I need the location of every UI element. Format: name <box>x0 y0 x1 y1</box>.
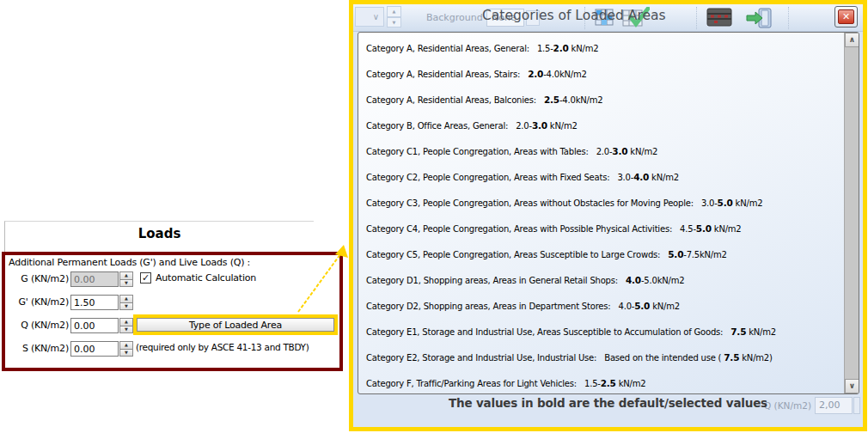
close-icon: ✕ <box>838 9 854 24</box>
s-field-label: S (KN/m2) <box>7 341 69 357</box>
field-row-q: Q (KN/m2) ▲ ▼ <box>7 318 133 333</box>
category-label: Category C4, People Congregation, Areas … <box>366 224 672 234</box>
category-label: Category D1, Shopping areas, Areas in Ge… <box>366 276 618 285</box>
category-label: Category C2, People Congregation, Areas … <box>366 173 609 182</box>
stepper-down-icon[interactable]: ▼ <box>119 303 133 311</box>
categories-popup: ∨ ▲ ▼ Background None <box>349 0 867 431</box>
list-item[interactable]: Category E1, Storage and Industrial Use,… <box>358 319 843 345</box>
list-item[interactable]: Category C1, People Congregation, Areas … <box>358 138 843 164</box>
stepper-up-icon[interactable]: ▲ <box>119 271 133 280</box>
category-label: Category C1, People Congregation, Areas … <box>366 147 589 156</box>
field-row-s: S (KN/m2) ▲ ▼ <box>7 341 133 357</box>
g-prime-field-input[interactable] <box>70 295 119 310</box>
category-range: 2.0-4.0kN/m2 <box>528 70 586 79</box>
scroll-up-icon[interactable]: ∧ <box>845 33 859 47</box>
categories-listbox: Category A, Residential Areas, General:1… <box>358 32 859 394</box>
category-range: 1.5-2.0 kN/m2 <box>537 44 598 53</box>
stepper-down-icon[interactable]: ▼ <box>387 17 401 28</box>
list-item[interactable]: Category D2, Shopping areas, Areas in De… <box>358 293 843 319</box>
automatic-calculation-checkbox[interactable]: ✓ <box>140 272 151 284</box>
stepper-up-icon[interactable]: ▲ <box>119 295 133 303</box>
chevron-down-icon: ∨ <box>373 12 379 21</box>
toolbar-separator <box>788 7 789 29</box>
category-label: Category C3, People Congregation, Areas … <box>366 198 694 208</box>
automatic-calculation-label: Automatic Calculation <box>156 272 256 284</box>
list-item[interactable]: Category F, Traffic/Parking Areas for Li… <box>358 370 843 394</box>
category-label: Category D2, Shopping areas, Areas in De… <box>366 302 610 311</box>
category-range: 3.0-5.0 kN/m2 <box>701 198 762 208</box>
asce-note: (required only by ASCE 41-13 and TBDY) <box>136 342 344 352</box>
screen: Loads Additional Permanent Loads (G') an… <box>0 0 868 433</box>
vertical-scrollbar[interactable]: ∧ ∨ <box>844 33 859 393</box>
category-range: 2.0-3.0 kN/m2 <box>596 147 657 156</box>
s-field-input[interactable] <box>70 341 119 357</box>
category-range: 5.0-7.5kN/m2 <box>668 250 726 259</box>
stepper-up-icon[interactable]: ▲ <box>387 6 401 17</box>
list-item[interactable]: Category C5, People Congregation, Areas … <box>358 241 843 267</box>
category-label: Category E2, Storage and Industrial Use,… <box>366 353 596 363</box>
category-label: Category C5, People Congregation, Areas … <box>366 250 660 259</box>
background-label: Background <box>426 12 483 23</box>
category-label: Category B, Office Areas, General: <box>366 121 508 131</box>
toolbar-stepper[interactable]: ▲ ▼ <box>387 6 401 27</box>
category-list: Category A, Residential Areas, General:1… <box>358 35 843 394</box>
category-label: Category A, Residential Areas, Balconies… <box>366 95 536 105</box>
loads-panel-header: Loads <box>4 221 314 253</box>
stepper-down-icon[interactable]: ▼ <box>119 350 133 357</box>
g-prime-field-label: G' (KN/m2) <box>7 295 69 310</box>
category-range: 4.0-5.0kN/m2 <box>626 276 684 285</box>
s-field-stepper[interactable]: ▲ ▼ <box>119 341 133 357</box>
list-item[interactable]: Category A, Residential Areas, Stairs:2.… <box>358 61 843 87</box>
scroll-down-icon[interactable]: ∨ <box>845 379 859 393</box>
q-field-stepper[interactable]: ▲ ▼ <box>119 318 133 333</box>
list-item[interactable]: Category C2, People Congregation, Areas … <box>358 164 843 190</box>
category-label: Category F, Traffic/Parking Areas for Li… <box>366 379 577 388</box>
category-range: 3.0-4.0 kN/m2 <box>617 173 678 182</box>
automatic-calculation-option[interactable]: ✓ Automatic Calculation <box>140 272 256 284</box>
category-range: 1.5-2.5 kN/m2 <box>584 379 645 388</box>
category-range: 4.5-5.0 kN/m2 <box>680 224 741 234</box>
footer-note: The values in bold are the default/selec… <box>353 396 863 410</box>
stepper-down-icon[interactable]: ▼ <box>119 280 133 288</box>
category-range: 4.0-5.0 kN/m2 <box>618 302 679 311</box>
list-item[interactable]: Category A, Residential Areas, Balconies… <box>358 87 843 113</box>
category-range: Based on the intended use ( 7.5 kN/m2) <box>604 353 772 363</box>
list-item[interactable]: Category A, Residential Areas, General:1… <box>358 35 843 61</box>
list-item[interactable]: Category D1, Shopping areas, Areas in Ge… <box>358 267 843 293</box>
popup-title: Categories of Loaded Areas <box>482 8 740 23</box>
category-label: Category A, Residential Areas, General: <box>366 44 529 53</box>
exit-door-icon[interactable] <box>744 7 775 29</box>
list-item[interactable]: Category B, Office Areas, General:2.0-3.… <box>358 113 843 138</box>
q-field-input[interactable] <box>70 318 119 333</box>
category-range: 2.5-4.0kN/m2 <box>544 95 602 105</box>
list-item[interactable]: Category C4, People Congregation, Areas … <box>358 216 843 241</box>
list-item[interactable]: Category C3, People Congregation, Areas … <box>358 190 843 216</box>
checkmark-icon: ✓ <box>142 272 150 284</box>
close-button[interactable]: ✕ <box>834 6 858 27</box>
category-range: 7.5 kN/m2 <box>730 327 776 337</box>
list-item[interactable]: Category E2, Storage and Industrial Use,… <box>358 345 843 370</box>
g-field-label: G (KN/m2) <box>7 271 69 287</box>
toolbar-dropdown[interactable]: ∨ <box>355 7 384 27</box>
stepper-down-icon[interactable]: ▼ <box>119 326 133 334</box>
stepper-up-icon[interactable]: ▲ <box>119 341 133 350</box>
g-field-input <box>70 271 119 287</box>
category-label: Category A, Residential Areas, Stairs: <box>366 70 520 79</box>
category-label: Category E1, Storage and Industrial Use,… <box>366 327 723 337</box>
stepper-up-icon[interactable]: ▲ <box>119 318 133 326</box>
type-button-highlight: Type of Loaded Area <box>133 314 338 335</box>
q-field-label: Q (KN/m2) <box>7 318 69 333</box>
field-row-g-prime: G' (KN/m2) ▲ ▼ <box>7 295 133 310</box>
g-field-stepper[interactable]: ▲ ▼ <box>119 271 133 287</box>
g-prime-field-stepper[interactable]: ▲ ▼ <box>119 295 133 310</box>
loads-section-label: Additional Permanent Loads (G') and Live… <box>9 257 250 268</box>
field-row-g: G (KN/m2) ▲ ▼ <box>7 271 133 287</box>
type-of-loaded-area-button[interactable]: Type of Loaded Area <box>137 318 334 332</box>
loads-panel-title: Loads <box>5 222 314 241</box>
category-range: 2.0-3.0 kN/m2 <box>516 121 577 131</box>
